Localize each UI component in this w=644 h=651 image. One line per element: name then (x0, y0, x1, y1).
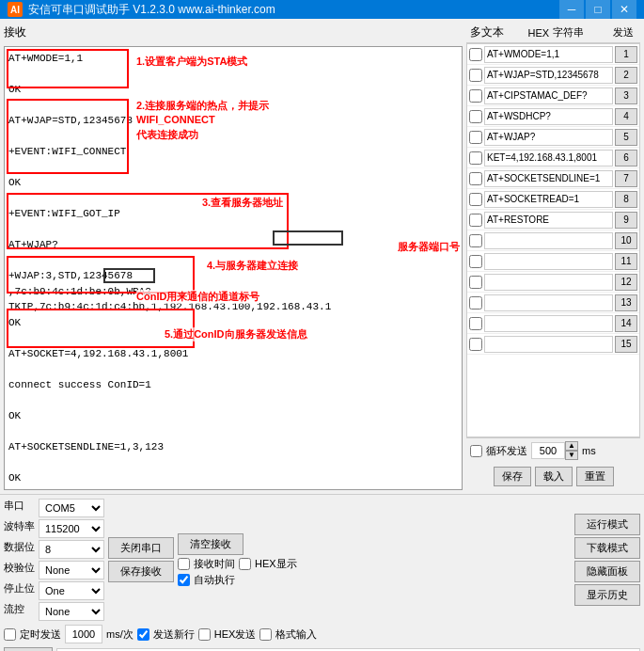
mt-str-input-12[interactable] (484, 294, 613, 311)
multitext-row: 12 (467, 272, 639, 293)
mt-str-input-7[interactable] (484, 191, 613, 208)
loop-send-value[interactable] (531, 442, 565, 459)
reset-multitext-button[interactable]: 重置 (576, 467, 614, 486)
mt-str-input-0[interactable] (484, 46, 613, 63)
mt-str-input-13[interactable] (484, 315, 613, 332)
mt-hex-checkbox-0[interactable] (469, 48, 482, 61)
mt-str-input-6[interactable] (484, 170, 613, 187)
mt-hex-checkbox-3[interactable] (469, 110, 482, 123)
mt-send-btn-14[interactable]: 15 (615, 336, 637, 353)
mt-str-input-1[interactable] (484, 67, 613, 84)
port-buttons: 关闭串口 保存接收 (108, 537, 174, 582)
multitext-row: 14 (467, 313, 639, 334)
mt-send-btn-11[interactable]: 12 (615, 274, 637, 291)
hex-send-checkbox[interactable] (198, 628, 211, 641)
multitext-row: 6 (467, 148, 639, 168)
mt-hex-checkbox-4[interactable] (469, 131, 482, 144)
mt-hex-checkbox-8[interactable] (469, 214, 482, 227)
mt-send-btn-6[interactable]: 7 (615, 170, 637, 187)
mt-send-btn-13[interactable]: 14 (615, 315, 637, 332)
mt-str-input-10[interactable] (484, 253, 613, 270)
mt-hex-checkbox-10[interactable] (469, 255, 482, 268)
download-mode-button[interactable]: 下载模式 (574, 537, 640, 559)
mt-hex-checkbox-9[interactable] (469, 234, 482, 247)
hex-send-label: HEX发送 (214, 627, 257, 642)
mt-hex-checkbox-13[interactable] (469, 317, 482, 330)
mt-send-btn-0[interactable]: 1 (615, 46, 637, 63)
hide-panel-button[interactable]: 隐藏面板 (574, 561, 640, 582)
mt-str-input-4[interactable] (484, 129, 613, 146)
mt-send-btn-9[interactable]: 10 (615, 232, 637, 249)
baud-select[interactable]: 115200 (39, 519, 104, 538)
mt-hex-checkbox-11[interactable] (469, 276, 482, 289)
mt-str-input-3[interactable] (484, 108, 613, 125)
recv-time-row: 接收时间 HEX显示 (178, 557, 571, 571)
save-recv-button[interactable]: 保存接收 (108, 561, 174, 582)
auto-exec-label: 自动执行 (194, 573, 235, 587)
mt-send-btn-4[interactable]: 5 (615, 129, 637, 146)
mt-send-btn-12[interactable]: 13 (615, 294, 637, 311)
auto-exec-row: 自动执行 (178, 573, 571, 587)
mt-hex-checkbox-1[interactable] (469, 69, 482, 82)
hex-display-checkbox[interactable] (239, 558, 251, 570)
mt-send-btn-2[interactable]: 3 (615, 87, 637, 104)
maximize-button[interactable]: □ (586, 0, 610, 19)
clear-recv-button[interactable]: 清空接收 (178, 533, 243, 555)
mt-send-btn-7[interactable]: 8 (615, 191, 637, 208)
multitext-row: 10 (467, 230, 639, 251)
mt-hex-checkbox-5[interactable] (469, 151, 482, 165)
mt-str-input-8[interactable] (484, 212, 613, 229)
mt-send-btn-10[interactable]: 11 (615, 253, 637, 270)
recv-time-label: 接收时间 (194, 557, 235, 571)
loop-send-decrement[interactable]: ▼ (565, 451, 578, 460)
mt-str-input-5[interactable] (484, 150, 613, 167)
mt-hex-checkbox-14[interactable] (469, 338, 482, 351)
multitext-rows: 123456789101112131415 (466, 43, 640, 437)
send-button[interactable]: 发送 (4, 647, 53, 651)
window-controls: ─ □ ✕ (559, 0, 636, 19)
open-port-button[interactable]: 关闭串口 (108, 537, 174, 559)
mt-hex-checkbox-6[interactable] (469, 172, 482, 185)
timed-send-value[interactable] (65, 625, 102, 643)
close-button[interactable]: ✕ (612, 0, 636, 19)
stop-select[interactable]: One (39, 581, 104, 600)
mt-str-input-11[interactable] (484, 274, 613, 291)
mt-send-btn-5[interactable]: 6 (615, 150, 637, 167)
format-input-checkbox[interactable] (259, 628, 272, 641)
send-input[interactable] (56, 648, 640, 652)
load-multitext-button[interactable]: 载入 (535, 467, 573, 486)
data-select[interactable]: 8 (39, 540, 104, 559)
mt-hex-checkbox-2[interactable] (469, 89, 482, 103)
app-window: AI 安信可串口调试助手 V1.2.3.0 www.ai-thinker.com… (0, 0, 644, 625)
timed-send-checkbox[interactable] (4, 628, 16, 641)
multitext-row: 7 (467, 168, 639, 189)
loop-send-spinbox-buttons: ▲ ▼ (565, 441, 578, 460)
mt-str-input-14[interactable] (484, 336, 613, 353)
parity-select[interactable]: None (39, 561, 104, 580)
title-bar-left: AI 安信可串口调试助手 V1.2.3.0 www.ai-thinker.com (8, 2, 275, 18)
flow-select[interactable]: None (39, 602, 104, 621)
parity-label: 校验位 (4, 561, 35, 580)
mt-send-btn-1[interactable]: 2 (615, 67, 637, 84)
mt-str-input-9[interactable] (484, 232, 613, 249)
save-multitext-button[interactable]: 保存 (494, 467, 531, 486)
newline-checkbox[interactable] (137, 628, 149, 641)
loop-send-increment[interactable]: ▲ (565, 441, 578, 451)
recv-time-checkbox[interactable] (178, 558, 190, 570)
multitext-col-hex: HEX (528, 27, 549, 39)
minimize-button[interactable]: ─ (559, 0, 584, 19)
loop-send-checkbox[interactable] (470, 445, 482, 457)
mt-send-btn-3[interactable]: 4 (615, 108, 637, 125)
mt-hex-checkbox-12[interactable] (469, 296, 482, 310)
hex-display-label: HEX显示 (255, 557, 297, 571)
run-mode-button[interactable]: 运行模式 (574, 514, 640, 535)
mt-send-btn-8[interactable]: 9 (615, 212, 637, 229)
recv-content-wrapper: AT+WMODE=1,1 OK AT+WJAP=STD,12345678 +EV… (5, 47, 462, 489)
loop-send-unit: ms (582, 445, 596, 456)
mt-str-input-2[interactable] (484, 87, 613, 104)
mt-hex-checkbox-7[interactable] (469, 193, 482, 206)
recv-content: AT+WMODE=1,1 OK AT+WJAP=STD,12345678 +EV… (5, 47, 462, 489)
port-select[interactable]: COM5 (39, 499, 104, 517)
show-history-button[interactable]: 显示历史 (574, 584, 640, 606)
auto-exec-checkbox[interactable] (178, 574, 190, 586)
